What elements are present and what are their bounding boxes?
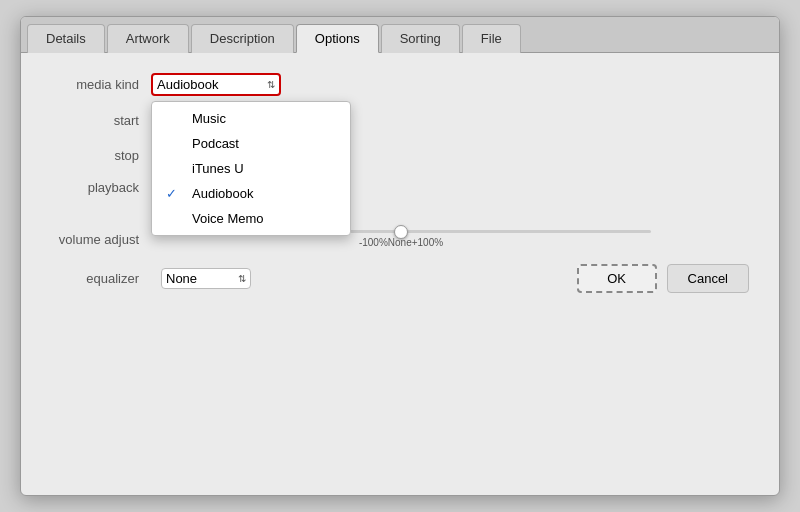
dropdown-voice-memo-label: Voice Memo: [192, 211, 264, 226]
tab-file[interactable]: File: [462, 24, 521, 53]
media-kind-label: media kind: [51, 77, 151, 92]
tab-artwork[interactable]: Artwork: [107, 24, 189, 53]
cancel-button[interactable]: Cancel: [667, 264, 749, 293]
tab-details[interactable]: Details: [27, 24, 105, 53]
dropdown-itunes-u-label: iTunes U: [192, 161, 244, 176]
tab-options[interactable]: Options: [296, 24, 379, 53]
cancel-label: Cancel: [688, 271, 728, 286]
media-kind-select[interactable]: Audiobook ⇅: [151, 73, 281, 96]
dropdown-music-label: Music: [192, 111, 226, 126]
dropdown-podcast-label: Podcast: [192, 136, 239, 151]
content-area: media kind Audiobook ⇅ ✓ Music ✓ Podcast…: [21, 53, 779, 495]
equalizer-label: equalizer: [51, 271, 151, 286]
volume-adjust-label: volume adjust: [51, 232, 151, 247]
tab-bar: Details Artwork Description Options Sort…: [21, 17, 779, 53]
dropdown-audiobook-label: Audiobook: [192, 186, 253, 201]
media-kind-row: media kind Audiobook ⇅ ✓ Music ✓ Podcast…: [51, 73, 749, 96]
media-kind-value: Audiobook: [157, 77, 218, 92]
equalizer-select[interactable]: None ⇅: [161, 268, 251, 289]
tab-description[interactable]: Description: [191, 24, 294, 53]
select-arrows-icon: ⇅: [267, 80, 275, 90]
dropdown-item-audiobook[interactable]: ✓ Audiobook: [152, 181, 350, 206]
ok-button[interactable]: OK: [577, 264, 657, 293]
dropdown-item-itunes-u[interactable]: ✓ iTunes U: [152, 156, 350, 181]
ok-cancel-area: OK Cancel: [577, 264, 749, 293]
tab-sorting[interactable]: Sorting: [381, 24, 460, 53]
dialog-window: Details Artwork Description Options Sort…: [20, 16, 780, 496]
eq-arrows-icon: ⇅: [238, 274, 246, 284]
dropdown-menu: ✓ Music ✓ Podcast ✓ iTunes U ✓ Audiobook…: [151, 101, 351, 236]
volume-label-min: -100%: [359, 237, 388, 248]
equalizer-value: None: [166, 271, 197, 286]
stop-label: stop: [51, 148, 151, 163]
ok-label: OK: [607, 271, 626, 286]
dropdown-item-podcast[interactable]: ✓ Podcast: [152, 131, 350, 156]
volume-labels: -100% None +100%: [359, 237, 443, 248]
playback-label: playback: [51, 180, 151, 195]
equalizer-area: equalizer None ⇅: [51, 268, 251, 289]
dropdown-item-music[interactable]: ✓ Music: [152, 106, 350, 131]
volume-label-mid: None: [388, 237, 412, 248]
equalizer-row: equalizer None ⇅ OK Cancel: [51, 264, 749, 293]
start-label: start: [51, 113, 151, 128]
volume-label-max: +100%: [412, 237, 443, 248]
checkmark-audiobook: ✓: [166, 186, 177, 201]
dropdown-item-voice-memo[interactable]: ✓ Voice Memo: [152, 206, 350, 231]
